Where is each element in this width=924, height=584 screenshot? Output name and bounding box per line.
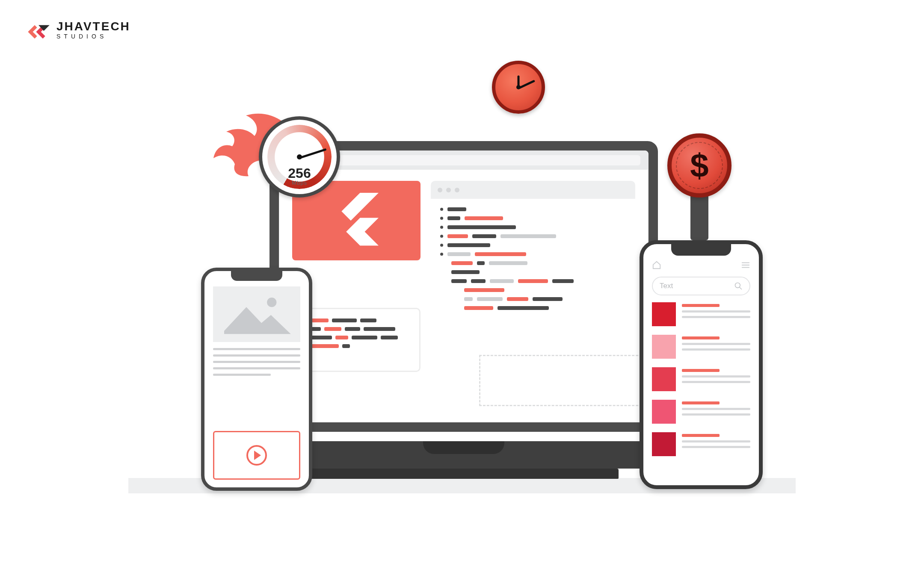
picture-icon (213, 286, 300, 342)
gauge-value: 256 (262, 166, 337, 180)
color-swatch (652, 400, 676, 424)
svg-point-2 (267, 298, 276, 307)
phone-left (201, 268, 312, 491)
svg-line-4 (740, 287, 742, 289)
speed-gauge: 256 Mbps (212, 105, 344, 204)
search-field: Text (652, 277, 750, 295)
color-swatch (652, 302, 676, 326)
list-item (652, 335, 750, 359)
home-icon (652, 260, 661, 270)
brand-subtitle: STUDIOS (56, 33, 130, 39)
color-swatch (652, 335, 676, 359)
list-item (652, 367, 750, 391)
phone-notch (231, 271, 282, 281)
laptop-foot (309, 469, 619, 479)
list-item (652, 400, 750, 424)
laptop-hinge-notch (423, 441, 504, 454)
hamburger-icon (741, 260, 750, 270)
code-titlebar (431, 181, 635, 199)
coin-connector (690, 194, 708, 240)
text-lines (213, 348, 300, 376)
list (652, 302, 750, 456)
dollar-coin-icon: $ (667, 133, 732, 198)
phone-right: Text (640, 240, 763, 489)
clock-icon (492, 61, 545, 114)
gauge-unit: Mbps (262, 180, 337, 186)
phone-notch (671, 244, 731, 256)
brand-name: JHAVTECH (56, 21, 130, 32)
color-swatch (652, 367, 676, 391)
video-placeholder (213, 431, 300, 480)
image-placeholder (213, 286, 300, 342)
gauge-dial: 256 Mbps (259, 116, 340, 198)
phone-top-bar (652, 260, 750, 270)
brand-logo: JHAVTECH STUDIOS (27, 18, 130, 42)
dollar-symbol: $ (690, 146, 708, 185)
play-icon (246, 445, 267, 466)
dashed-box-placeholder (479, 355, 646, 406)
search-placeholder: Text (660, 282, 673, 290)
list-item (652, 432, 750, 456)
search-icon (734, 282, 743, 290)
color-swatch (652, 432, 676, 456)
url-bar (320, 155, 640, 165)
logo-mark-icon (27, 18, 50, 42)
list-item (652, 302, 750, 326)
